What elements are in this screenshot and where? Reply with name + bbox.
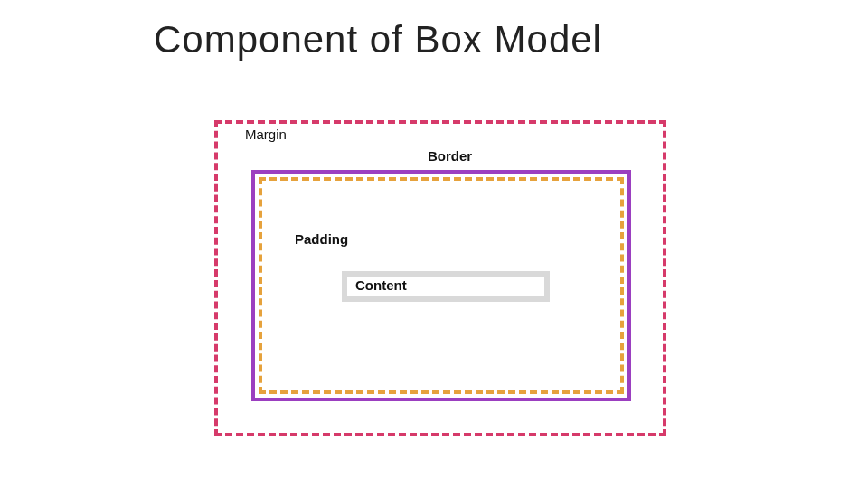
label-margin: Margin (240, 127, 292, 142)
page-title: Component of Box Model (154, 18, 602, 61)
label-content: Content (350, 277, 412, 293)
label-padding: Padding (289, 231, 354, 247)
label-border: Border (422, 148, 477, 164)
